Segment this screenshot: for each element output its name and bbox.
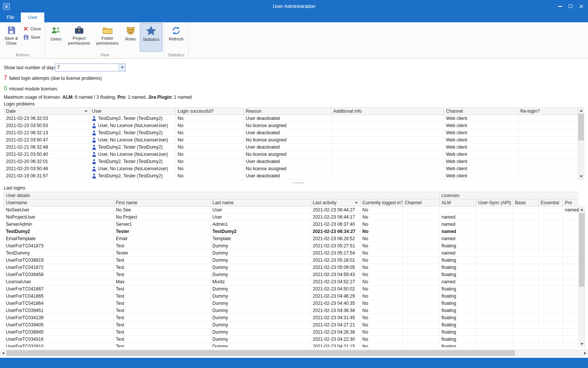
minimize-button[interactable]	[555, 0, 565, 12]
cell[interactable]	[403, 271, 440, 278]
scroll-up-button[interactable]	[578, 108, 584, 113]
scrollbar-thumb[interactable]	[579, 213, 585, 287]
cell[interactable]: TestDumy2	[211, 228, 311, 235]
cell[interactable]	[518, 122, 579, 129]
cell[interactable]	[513, 307, 539, 314]
cell[interactable]: UserForTC041865	[4, 293, 114, 300]
cell[interactable]: 2021-02-23 05:27:51	[311, 242, 360, 250]
cell[interactable]: UserForTC034139	[4, 314, 114, 321]
cell[interactable]	[403, 278, 440, 286]
cell[interactable]	[518, 172, 579, 180]
cell[interactable]: UserForTC032910	[4, 343, 114, 348]
cell[interactable]: No See	[114, 207, 211, 214]
cell[interactable]: Tester	[114, 228, 211, 235]
cell[interactable]: User deactivated	[244, 158, 331, 165]
cell[interactable]	[476, 336, 513, 343]
cell[interactable]	[563, 214, 579, 221]
cell[interactable]: floating	[440, 307, 476, 314]
cell[interactable]	[539, 293, 563, 300]
table-row[interactable]: UserForTC034139TestDummy2021-02-23 04:31…	[4, 314, 579, 321]
cell[interactable]: 2021-02-22 03:50:47	[4, 137, 90, 144]
cell[interactable]	[403, 321, 440, 329]
table-row[interactable]: UserForTC034316TestDummy2021-02-23 04:22…	[4, 336, 579, 343]
cell[interactable]: No	[360, 257, 403, 264]
cell[interactable]	[476, 343, 513, 348]
cell[interactable]: 2021-02-23 04:46:29	[311, 293, 360, 300]
cell[interactable]	[563, 307, 579, 314]
cell[interactable]	[331, 115, 444, 122]
cell[interactable]: floating	[440, 329, 476, 336]
scroll-down-button[interactable]	[578, 174, 584, 179]
cell[interactable]	[563, 286, 579, 293]
cell[interactable]	[476, 329, 513, 336]
cell[interactable]	[403, 228, 440, 235]
cell[interactable]: Dummy	[211, 300, 311, 307]
cell[interactable]: 2021-02-23 04:59:43	[311, 271, 360, 278]
cell[interactable]: Web client	[444, 129, 518, 137]
cell[interactable]	[476, 314, 513, 321]
cell[interactable]: 2021-02-21 06:32:48	[4, 144, 90, 151]
table-row[interactable]: UserForTC038919TestDummy2021-02-23 05:16…	[4, 257, 579, 264]
cell[interactable]	[563, 278, 579, 286]
cell[interactable]: 2021-02-23 03:50:53	[4, 122, 90, 129]
cell[interactable]: No	[360, 242, 403, 250]
cell[interactable]	[403, 307, 440, 314]
table-row[interactable]: NoProjectUserNo ProjectUser2021-02-23 06…	[4, 214, 579, 221]
titlebar[interactable]: c User Administration ×	[0, 0, 588, 12]
cell[interactable]	[513, 329, 539, 336]
cell[interactable]	[331, 122, 444, 129]
cell[interactable]	[476, 307, 513, 314]
cell[interactable]	[563, 235, 579, 242]
cell[interactable]: Test	[114, 329, 211, 336]
column-header[interactable]: Re-login?	[518, 108, 579, 115]
cell[interactable]: Web client	[444, 151, 518, 158]
cell[interactable]: Dummy	[211, 307, 311, 314]
cell[interactable]: Dummy	[211, 336, 311, 343]
cell[interactable]: UserForTC039458	[4, 271, 114, 278]
cell[interactable]: Server1	[114, 221, 211, 228]
cell[interactable]: User, No License (NoLicenseUser)	[90, 122, 176, 129]
cell[interactable]: Test	[114, 293, 211, 300]
cell[interactable]	[518, 144, 579, 151]
days-combobox[interactable]: 7	[55, 64, 126, 71]
cell[interactable]	[539, 271, 563, 278]
cell[interactable]	[403, 314, 440, 321]
cell[interactable]: UserForTC041873	[4, 242, 114, 250]
cell[interactable]	[513, 221, 539, 228]
cell[interactable]: ServerAdmin	[4, 221, 114, 228]
table-row[interactable]: NoSeeUserNo SeeUser2021-02-23 06:44:27No…	[4, 207, 579, 214]
cell[interactable]	[403, 235, 440, 242]
cell[interactable]	[539, 278, 563, 286]
cell[interactable]: floating	[440, 271, 476, 278]
table-row[interactable]: 2021-02-20 03:50:46User, No License (NoL…	[4, 165, 579, 172]
cell[interactable]	[476, 300, 513, 307]
cell[interactable]: No	[360, 278, 403, 286]
cell[interactable]	[563, 228, 579, 235]
cell[interactable]	[539, 314, 563, 321]
cell[interactable]: Moritz	[211, 278, 311, 286]
cell[interactable]	[563, 257, 579, 264]
cell[interactable]: Test	[114, 271, 211, 278]
cell[interactable]	[331, 158, 444, 165]
cell[interactable]: UserForTC039405	[4, 321, 114, 329]
cell[interactable]	[539, 214, 563, 221]
cell[interactable]	[563, 300, 579, 307]
cell[interactable]	[518, 151, 579, 158]
cell[interactable]: No	[360, 343, 403, 348]
cell[interactable]: 2021-02-23 05:09:05	[311, 264, 360, 271]
column-header[interactable]: Last activity	[311, 199, 360, 207]
cell[interactable]: floating	[440, 314, 476, 321]
cell[interactable]	[563, 336, 579, 343]
scroll-left-button[interactable]	[0, 350, 6, 356]
table-row[interactable]: 2021-02-21 03:50:40User, No License (NoL…	[4, 151, 579, 158]
cell[interactable]	[539, 257, 563, 264]
cell[interactable]: No	[176, 129, 244, 137]
cell[interactable]: User, No License (NoLicenseUser)	[90, 165, 176, 172]
cell[interactable]: No	[176, 137, 244, 144]
cell[interactable]	[539, 307, 563, 314]
cell[interactable]: named	[440, 235, 476, 242]
cell[interactable]	[513, 228, 539, 235]
cell[interactable]: 2021-02-23 06:28:52	[311, 235, 360, 242]
cell[interactable]: No	[360, 250, 403, 257]
cell[interactable]: Web client	[444, 158, 518, 165]
